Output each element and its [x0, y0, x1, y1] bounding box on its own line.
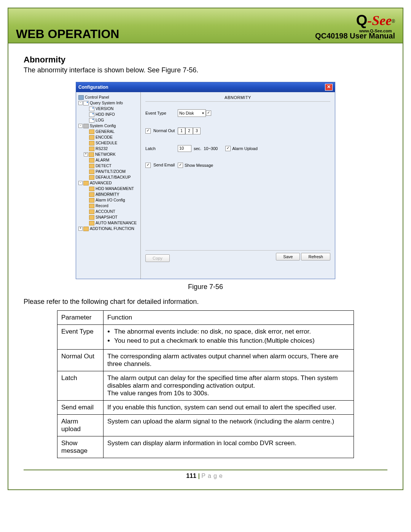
send-email-label: Send Email [153, 163, 175, 167]
tree-general[interactable]: GENERAL [77, 129, 140, 134]
table-row: Alarm upload System can upload the alarm… [57, 415, 354, 436]
out-channel-1-button[interactable]: 1 [178, 128, 185, 134]
func-cell: System can upload the alarm signal to th… [104, 415, 354, 436]
folder-icon [89, 158, 94, 163]
close-icon[interactable]: ✕ [325, 84, 333, 91]
folder-icon [89, 192, 94, 197]
tree-hdd-mgmt[interactable]: HDD MANAGEMENT [77, 186, 140, 192]
page-header: Q-See® www.Q-See.com WEB OPERATION QC401… [8, 8, 403, 43]
tree-account[interactable]: ACCOUNT [77, 209, 140, 214]
event-type-dropdown[interactable]: No Disk ▼ [178, 109, 206, 117]
param-cell: Latch [57, 371, 104, 401]
tree-query-system[interactable]: -Query System Info [77, 100, 140, 106]
send-email-checkbox[interactable]: ✓ [145, 163, 151, 168]
row-event-type: Event Type No Disk ▼ ✓ [145, 109, 330, 117]
tree-control-panel[interactable]: Control Panel [77, 94, 140, 100]
folder-icon [89, 204, 94, 208]
func-cell: The alarm output can delay for the speci… [104, 371, 354, 401]
parameter-table: Parameter Function Event Type The abnorm… [57, 310, 354, 458]
folder-icon [83, 227, 89, 231]
copy-button: Copy [145, 254, 170, 262]
titlebar: Configuration ✕ [76, 82, 335, 92]
latch-input[interactable]: 10 [178, 145, 191, 152]
collapse-icon[interactable]: - [78, 124, 83, 128]
tree-default-backup[interactable]: DEFAULT/BACKUP [77, 174, 140, 180]
event-type-label: Event Type [145, 111, 178, 115]
page-footer: 111 | Page [24, 473, 387, 486]
alarm-upload-checkbox[interactable]: ✓ [225, 146, 231, 151]
chevron-down-icon: ▼ [202, 112, 205, 115]
table-row: Event Type The abnormal events include: … [57, 325, 354, 350]
table-row: Normal Out The corresponding alarm activ… [57, 350, 354, 371]
func-cell: The corresponding alarm activates output… [104, 350, 354, 371]
page-sep: | [198, 473, 199, 479]
logo-text: -See [367, 13, 392, 28]
tree-hdd-info[interactable]: HDD INFO [77, 112, 140, 117]
latch-range: 10~300 [204, 146, 218, 151]
tree-rs232[interactable]: RS232 [77, 146, 140, 152]
tool-icon [83, 124, 89, 128]
folder-icon [89, 135, 94, 140]
folder-icon [89, 129, 94, 134]
doc-icon [83, 101, 89, 105]
tree-snapshot[interactable]: SNAPSHOT [77, 214, 140, 220]
func-bullet: The abnormal events include: no disk, no… [114, 328, 350, 335]
row-latch: Latch 10 sec. 10~300 ✓ Alarm Upload [145, 145, 330, 152]
tree-abnormity[interactable]: ABNORMITY [77, 192, 140, 197]
expand-icon[interactable]: + [78, 227, 83, 231]
normal-out-checkbox[interactable]: ✓ [145, 128, 151, 134]
tree-advanced[interactable]: -ADVANCED [77, 180, 140, 186]
tree-version[interactable]: VERSION [77, 106, 140, 112]
func-cell: If you enable this function, system can … [104, 401, 354, 415]
tree-addl-func[interactable]: +ADDTIONAL FUNCTION [77, 226, 140, 232]
out-channel-2-button[interactable]: 2 [185, 128, 193, 134]
folder-icon [89, 141, 94, 145]
collapse-icon[interactable]: - [78, 181, 83, 185]
brand-logo: Q-See® www.Q-See.com [356, 12, 395, 33]
config-window: Configuration ✕ Control Panel -Query Sys… [76, 82, 335, 279]
tree-schedule[interactable]: SCHEDULE [77, 140, 140, 146]
logo-q-icon: Q [356, 12, 368, 28]
collapse-icon[interactable]: - [78, 101, 83, 105]
tree-panel: Control Panel -Query System Info VERSION… [76, 92, 141, 279]
row-send-email: ✓ Send Email ✓ Show Message [145, 163, 330, 168]
save-button[interactable]: Save [276, 253, 300, 260]
event-type-enable-checkbox[interactable]: ✓ [206, 110, 211, 116]
tree-auto-maint[interactable]: AUTO MAINTENANCE [77, 220, 140, 226]
figure-caption: Figure 7-56 [24, 283, 387, 291]
footer-divider [24, 470, 387, 470]
tree-log[interactable]: LOG [77, 117, 140, 123]
tree-ptz[interactable]: PAN/TILT/ZOOM [77, 169, 140, 174]
header-parameter: Parameter [57, 311, 104, 325]
out-channel-3-button[interactable]: 3 [193, 128, 201, 134]
folder-icon [89, 209, 94, 214]
alarm-upload-label: Alarm Upload [232, 146, 258, 151]
tree-encode[interactable]: ENCODE [77, 134, 140, 140]
folder-icon [89, 152, 94, 157]
section-heading: WEB OPERATION [16, 27, 119, 41]
content-area: Abnormity The abnormity interface is sho… [8, 43, 403, 489]
tree-system-config[interactable]: -System Config [77, 123, 140, 129]
intro-text: The abnormity interface is shown below. … [24, 66, 387, 74]
subsection-title: Abnormity [24, 55, 387, 65]
func-cell: The abnormal events include: no disk, no… [104, 325, 354, 350]
tree-detect[interactable]: DETECT [77, 163, 140, 169]
latch-unit: sec. [194, 146, 201, 151]
folder-icon [89, 221, 94, 225]
show-message-checkbox[interactable]: ✓ [178, 163, 183, 168]
expand-icon[interactable]: + [84, 152, 88, 157]
event-type-value: No Disk [179, 111, 194, 115]
tree-alarm-io[interactable]: Alarm I/O Config [77, 197, 140, 203]
folder-icon [89, 198, 94, 203]
tree-network[interactable]: +NETWORK [77, 152, 140, 157]
page-number: 111 [186, 473, 196, 479]
row-normal-out: ✓ Normal Out 123 [145, 128, 330, 134]
param-cell: Normal Out [57, 350, 104, 371]
page-frame: Q-See® www.Q-See.com WEB OPERATION QC401… [8, 8, 403, 490]
doc-icon [89, 107, 94, 111]
tree-record[interactable]: Record [77, 203, 140, 209]
folder-icon [89, 147, 94, 151]
refresh-button[interactable]: Refresh [301, 253, 330, 260]
table-row: Send email If you enable this function, … [57, 401, 354, 415]
tree-alarm[interactable]: ALARM [77, 157, 140, 163]
